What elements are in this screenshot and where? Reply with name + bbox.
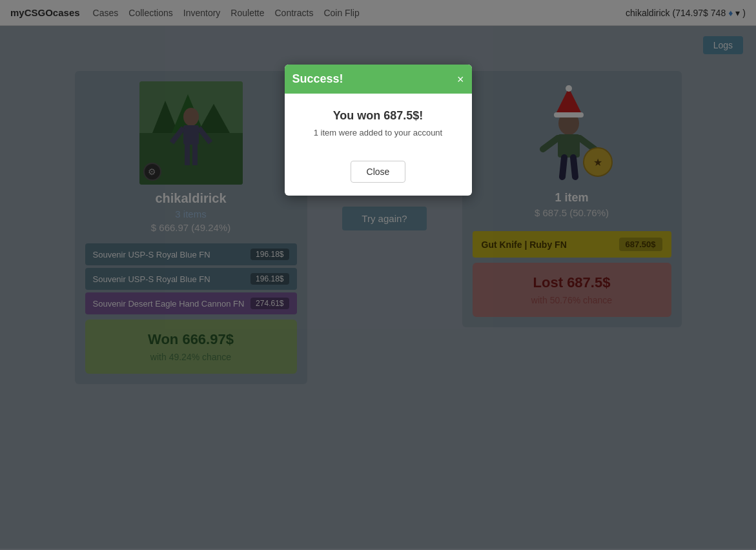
success-modal: Success! × You won 687.5$! 1 item were a… xyxy=(285,65,472,196)
modal-close-button[interactable]: Close xyxy=(351,161,406,183)
modal-won-text: You won 687.5$! xyxy=(298,109,459,123)
modal-title: Success! xyxy=(292,72,343,86)
modal-body: You won 687.5$! 1 item were added to you… xyxy=(285,94,472,153)
modal-overlay: Success! × You won 687.5$! 1 item were a… xyxy=(0,0,756,550)
modal-sub-text: 1 item were added to your account xyxy=(298,128,459,138)
modal-close-x-button[interactable]: × xyxy=(457,74,464,85)
modal-footer: Close xyxy=(285,153,472,196)
modal-header: Success! × xyxy=(285,65,472,94)
